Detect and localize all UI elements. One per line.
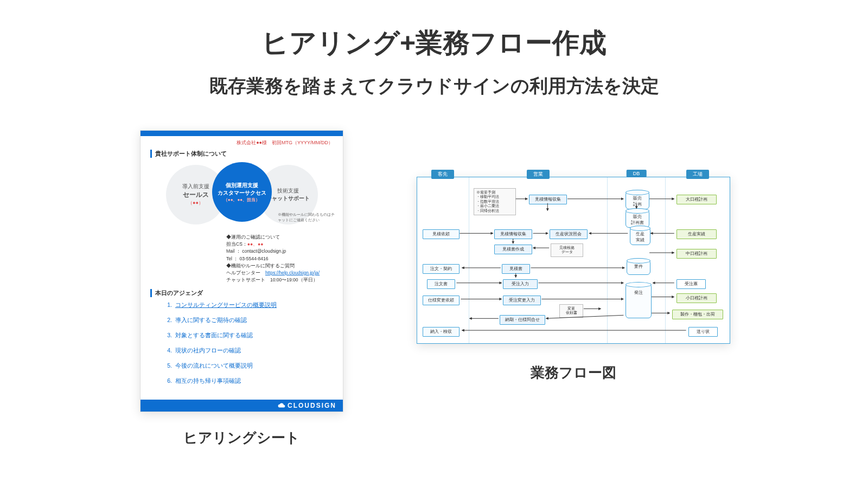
flow-box: 受注変更入力 [503, 296, 541, 305]
flow-db: 生産 実績 [630, 227, 650, 245]
flow-box: 見積情報収集 [529, 195, 567, 204]
circle-cs: 個別運用支援 カスタマーサクセス （●●、●●、担当） [212, 162, 272, 222]
flow-box: 中日程計画 [676, 249, 717, 259]
flow-box: 納期・仕様問合せ [500, 315, 545, 325]
section-agenda: 本日のアジェンダ 1.コンサルティングサービスの概要説明 2.導入に関するご期待… [141, 284, 343, 385]
agenda-item: 4.現状の社内フローの確認 [163, 347, 333, 355]
flow-box: 見積書作成 [494, 245, 532, 254]
flow-box: 生産状況照会 [550, 229, 588, 239]
section-support: 貴社サポート体制について 導入前支援 セールス （●●） 個別運用支援 カスタマ… [141, 146, 343, 284]
contact-block: ◆運用のご確認について 担当CS：●●、●● Mail ： contact@cl… [226, 234, 323, 284]
flow-box: 見積依頼 [423, 229, 459, 239]
flow-box: 受注票 [676, 279, 706, 289]
flow-box: 送り状 [688, 327, 718, 337]
agenda-list: 1.コンサルティングサービスの概要説明 2.導入に関するご期待の確認 3.対象と… [150, 301, 333, 385]
sheet-meta: 株式会社●●様 初回MTG（YYYY/MM/DD） [141, 136, 343, 146]
flow-box: 大日程計画 [676, 195, 717, 204]
slide: ヒアリング+業務フロー作成 既存業務を踏まえてクラウドサインの利用方法を決定 株… [0, 0, 868, 488]
sheet-brandbar: CLOUDSIGN [141, 400, 343, 412]
section-agenda-heading: 本日のアジェンダ [150, 289, 333, 297]
agenda-item: 3.対象とする書面に関する確認 [163, 332, 333, 339]
agenda-item: 5.今後の流れについて概要説明 [163, 362, 333, 370]
flow-box: 注文書 [427, 279, 455, 289]
agenda-item: 2.導入に関するご期待の確認 [163, 317, 333, 324]
hearing-sheet: 株式会社●●様 初回MTG（YYYY/MM/DD） 貴社サポート体制について 導… [140, 130, 343, 412]
agenda-item: 1.コンサルティングサービスの概要説明 [163, 301, 333, 309]
slide-subtitle: 既存業務を踏まえてクラウドサインの利用方法を決定 [0, 74, 868, 99]
flow-box: 製作・梱包・出荷 [672, 310, 723, 319]
flow-box: 仕様変更依頼 [423, 296, 459, 305]
support-circles: 導入前支援 セールス （●●） 個別運用支援 カスタマーサクセス （●●、●●、… [161, 162, 323, 233]
caption-right: 業務フロー図 [417, 363, 730, 382]
flow-box: 見積書 [502, 264, 530, 274]
flow-db: 発注 [626, 284, 652, 318]
sheet-topbar [141, 131, 343, 136]
flow-note: 変更 依頼書 [559, 304, 583, 318]
flow-db: 販売 計画書 [626, 210, 649, 228]
cloud-icon [278, 402, 285, 409]
slide-title: ヒアリング+業務フロー作成 [0, 25, 868, 61]
help-link[interactable]: https://help.cloudsign.jp/ja/ [265, 270, 320, 275]
flow-diagram: 客先 営業 DB 工場 見積依頼 注文・契約 注文書 仕様変更依頼 納入・検収 … [417, 177, 730, 344]
flow-box: 小日程計画 [676, 293, 717, 303]
flow-box: 受注入力 [503, 279, 538, 289]
flow-note: ※需要予測 ・移動平均法 ・指数平滑法 ・最小二乗法 ・回帰分析法 [474, 188, 516, 215]
section-support-heading: 貴社サポート体制について [150, 150, 333, 158]
caption-left: ヒアリングシート [140, 428, 343, 447]
flow-db: 販売 計画 [626, 191, 649, 209]
circle-footnote: ※機能やルールに関わるものはチャットにご連絡ください [278, 212, 337, 223]
flow-db: 案件 [627, 260, 650, 275]
flow-box: 注文・契約 [423, 264, 459, 274]
flow-note: 見積根拠 データ [551, 243, 583, 257]
flow-box: 見積情報収集 [494, 229, 532, 239]
agenda-item: 6.相互の持ち帰り事項確認 [163, 377, 333, 385]
lane-customer: 客先 [417, 177, 469, 343]
flow-box: 納入・検収 [423, 327, 459, 337]
flow-box: 生産実績 [676, 229, 717, 239]
